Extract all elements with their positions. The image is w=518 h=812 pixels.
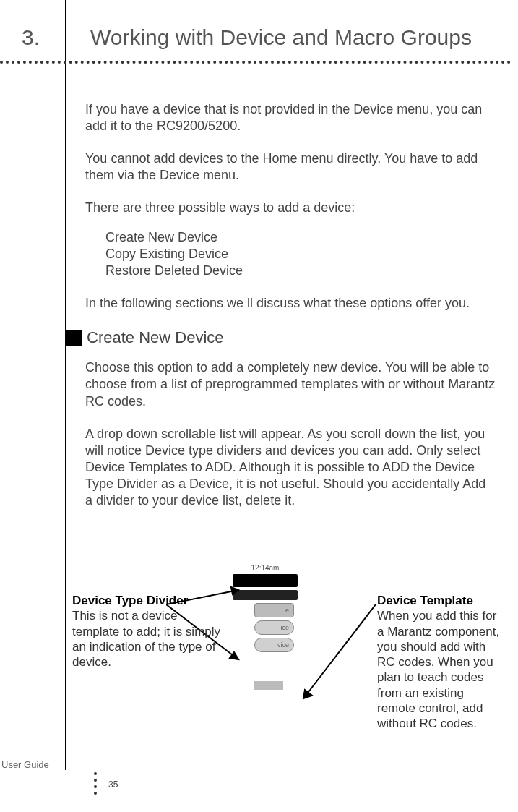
body-content: If you have a device that is not provide… — [85, 101, 496, 525]
chapter-title: Working with Device and Macro Groups — [65, 25, 472, 50]
chapter-number: 3. — [0, 25, 65, 50]
paragraph: A drop down scrollable list will appear.… — [85, 426, 496, 509]
options-list: Create New Device Copy Existing Device R… — [105, 229, 496, 279]
callout-left: Device Type Divider This is not a device… — [72, 593, 224, 731]
callout-right-body: When you add this for a Marantz componen… — [377, 609, 499, 730]
section-marker-icon — [66, 330, 82, 346]
callout-right-title: Device Template — [377, 594, 473, 607]
chapter-header: 3. Working with Device and Macro Groups — [0, 25, 507, 50]
vertical-dots-icon — [94, 772, 97, 795]
user-guide-label: User Guide — [0, 758, 65, 772]
callout-left-body: This is not a device template to add; it… — [72, 609, 220, 669]
vertical-rule — [65, 0, 66, 770]
dotted-rule — [0, 61, 511, 64]
section-header-row: Create New Device — [66, 328, 496, 348]
paragraph: There are three possible ways to add a d… — [85, 200, 496, 216]
paragraph: If you have a device that is not provide… — [85, 101, 496, 134]
paragraph: You cannot add devices to the Home menu … — [85, 150, 496, 184]
paragraph: Choose this option to add a completely n… — [85, 359, 496, 409]
device-time: 12:14am — [233, 564, 298, 572]
callout-right: Device Template When you add this for a … — [377, 593, 504, 731]
list-item: Create New Device — [105, 229, 496, 246]
paragraph: In the following sections we ll discuss … — [85, 295, 496, 312]
section-heading: Create New Device — [87, 328, 224, 348]
page-number: 35 — [108, 779, 118, 790]
callout-left-title: Device Type Divider — [72, 594, 188, 607]
list-item: Copy Existing Device — [105, 246, 496, 262]
list-item: Restore Deleted Device — [105, 262, 496, 279]
callout-row: Device Type Divider This is not a device… — [72, 593, 504, 731]
